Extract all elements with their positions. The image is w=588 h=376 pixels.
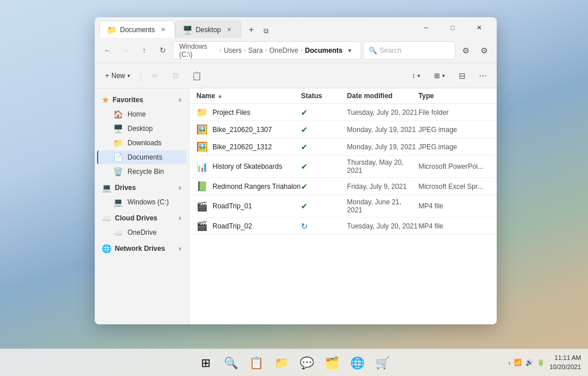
- taskbar-store-button[interactable]: 🛒: [371, 351, 394, 374]
- file-icon-roadtrip1: 🎬: [196, 201, 208, 212]
- documents-tab-label: Documents: [120, 26, 155, 34]
- up-button[interactable]: ↑: [136, 42, 152, 59]
- drives-icon: 💻: [102, 183, 111, 192]
- tab-desktop[interactable]: 🖥️ Desktop ✕: [175, 21, 241, 38]
- taskbar-date-display: 10/20/2021: [550, 363, 581, 371]
- toolbar: + New ▾ ✂ ⧉ 📋 ↕ ▾ ⊞ ▾ ⊟ ⋯: [95, 63, 497, 88]
- sidebar-item-windows-c[interactable]: 💻 Windows (C:): [97, 195, 187, 209]
- table-row[interactable]: 📁 Project Files ✔ Tuesday, July 20, 2021…: [189, 104, 497, 121]
- sidebar-favorites-header[interactable]: ★ Favorites ∧: [95, 93, 189, 107]
- tab-overflow-button[interactable]: ⧉: [260, 24, 273, 38]
- paste-button[interactable]: 📋: [187, 67, 206, 85]
- taskbar-files-button[interactable]: 🗂️: [320, 351, 343, 374]
- file-icon-skateboards: 📊: [196, 161, 208, 172]
- column-date-header[interactable]: Date modified: [347, 92, 418, 100]
- address-bar[interactable]: Windows (C:\) › Users › Sara › OneDrive …: [173, 41, 361, 60]
- chevron-icon[interactable]: ›: [508, 359, 510, 366]
- refresh-button[interactable]: ↻: [154, 42, 171, 59]
- taskbar-taskview-button[interactable]: 📋: [245, 351, 268, 374]
- drives-chevron-icon: ∧: [178, 185, 182, 191]
- address-chevron-4: ›: [301, 47, 303, 53]
- back-button[interactable]: ←: [99, 42, 115, 59]
- sidebar-item-desktop[interactable]: 🖥️ Desktop: [97, 122, 187, 135]
- sidebar-drives-title: 💻 Drives: [102, 183, 136, 192]
- documents-icon: 📄: [113, 153, 123, 162]
- sidebar-item-recycle-bin[interactable]: 🗑️ Recycle Bin: [97, 165, 187, 179]
- favorites-star-icon: ★: [102, 95, 109, 104]
- new-dropdown-icon: ▾: [127, 73, 130, 79]
- column-status-header[interactable]: Status: [301, 92, 347, 100]
- status-check-icon: ✔: [301, 201, 308, 211]
- navigation-bar: ← → ↑ ↻ Windows (C:\) › Users › Sara › O…: [95, 38, 497, 63]
- table-row[interactable]: 📗 Redmond Rangers Triahalon ✔ Friday, Ju…: [189, 178, 497, 195]
- sidebar-network-header[interactable]: 🌐 Network Drives ∨: [95, 242, 189, 255]
- sort-icon: ↕: [412, 72, 415, 80]
- sidebar-cloud-header[interactable]: ☁️ Cloud Drives ∧: [95, 211, 189, 225]
- taskbar-teams-button[interactable]: 💬: [295, 351, 318, 374]
- cut-button[interactable]: ✂: [146, 67, 164, 85]
- desktop-tab-icon: 🖥️: [183, 25, 192, 34]
- window-controls: ─ □ ✕: [413, 18, 492, 37]
- file-icon-roadtrip2: 🎬: [196, 220, 208, 231]
- column-name-header[interactable]: Name ▲: [196, 92, 301, 100]
- file-list: Name ▲ Status Date modified Type 📁 Proje…: [189, 88, 497, 324]
- tab-add-button[interactable]: +: [243, 22, 260, 38]
- close-button[interactable]: ✕: [466, 18, 492, 37]
- search-box[interactable]: 🔍 Search: [363, 41, 455, 60]
- details-pane-button[interactable]: ⊟: [453, 67, 471, 85]
- maximize-button[interactable]: □: [439, 18, 466, 37]
- status-sync-icon: ↻: [301, 222, 308, 231]
- tab-documents[interactable]: 📁 Documents ✕: [99, 21, 175, 38]
- battery-icon[interactable]: 🔋: [537, 359, 545, 366]
- toolbar-separator-1: [141, 70, 141, 82]
- sort-chevron: ▾: [417, 73, 420, 79]
- file-icon-bike2: 🖼️: [196, 141, 208, 152]
- options-button[interactable]: ⚙: [476, 42, 492, 59]
- taskbar-start-button[interactable]: ⊞: [194, 351, 217, 374]
- taskbar-time-display: 11:11 AM: [550, 354, 581, 362]
- documents-tab-close[interactable]: ✕: [158, 25, 168, 34]
- new-button[interactable]: + New ▾: [99, 67, 136, 85]
- forward-button[interactable]: →: [118, 42, 134, 59]
- status-check-icon: ✔: [301, 142, 308, 152]
- table-row[interactable]: 🖼️ Bike_210620_1312 ✔ Monday, July 19, 2…: [189, 138, 497, 156]
- table-row[interactable]: 🎬 RoadTrip_01 ✔ Monday, June 21, 2021 MP…: [189, 195, 497, 218]
- table-row[interactable]: 📊 History of Skateboards ✔ Thursday, May…: [189, 156, 497, 178]
- table-row[interactable]: 🎬 RoadTrip_02 ↻ Tuesday, July 20, 2021 M…: [189, 218, 497, 235]
- taskbar-clock[interactable]: 11:11 AM 10/20/2021: [550, 354, 581, 371]
- sidebar-item-onedrive[interactable]: ☁️ OneDrive: [97, 226, 187, 239]
- address-current: Documents: [305, 46, 342, 55]
- address-dropdown-button[interactable]: ▾: [345, 45, 355, 56]
- sidebar-item-home[interactable]: 🏠 Home: [97, 107, 187, 121]
- windows-c-icon: 💻: [113, 197, 123, 207]
- settings-button[interactable]: ⚙: [458, 42, 474, 59]
- search-placeholder: Search: [380, 46, 401, 55]
- status-check-icon: ✔: [301, 162, 308, 171]
- new-icon: +: [105, 72, 109, 80]
- file-icon-rangers: 📗: [196, 181, 208, 192]
- view-button[interactable]: ⊞ ▾: [428, 67, 451, 85]
- more-button[interactable]: ⋯: [474, 67, 492, 85]
- sidebar-item-downloads[interactable]: 📁 Downloads: [97, 136, 187, 150]
- name-sort-icon: ▲: [218, 93, 223, 99]
- file-icon-bike1: 🖼️: [196, 124, 208, 135]
- address-part-4: OneDrive: [269, 46, 299, 55]
- sidebar-item-documents[interactable]: 📄 Documents: [97, 150, 187, 164]
- column-type-header[interactable]: Type: [419, 92, 490, 100]
- taskbar-explorer-button[interactable]: 📁: [270, 351, 293, 374]
- copy-button[interactable]: ⧉: [167, 67, 185, 85]
- sidebar-drives-header[interactable]: 💻 Drives ∧: [95, 181, 189, 195]
- taskbar-right: › 📶 🔊 🔋 11:11 AM 10/20/2021: [508, 354, 581, 371]
- minimize-button[interactable]: ─: [413, 18, 439, 37]
- desktop-tab-close[interactable]: ✕: [225, 25, 234, 34]
- taskbar-search-button[interactable]: 🔍: [219, 351, 242, 374]
- table-row[interactable]: 🖼️ Bike_210620_1307 ✔ Monday, July 19, 2…: [189, 121, 497, 138]
- address-chevron-3: ›: [265, 47, 267, 53]
- taskbar-edge-button[interactable]: 🌐: [346, 351, 369, 374]
- cloud-drives-icon: ☁️: [102, 214, 111, 223]
- wifi-icon[interactable]: 📶: [514, 359, 522, 366]
- sidebar-network-title: 🌐 Network Drives: [102, 244, 165, 253]
- sort-button[interactable]: ↕ ▾: [406, 67, 426, 85]
- volume-icon[interactable]: 🔊: [525, 359, 533, 366]
- desktop-icon: 🖥️: [113, 124, 123, 133]
